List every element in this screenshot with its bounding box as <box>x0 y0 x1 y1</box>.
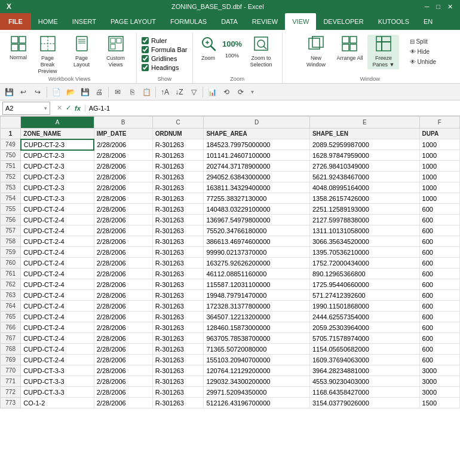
cell[interactable]: 2/28/2006 <box>94 301 152 312</box>
cell[interactable]: 1168.64358427000 <box>309 387 419 398</box>
col-header-C[interactable]: C <box>152 117 204 129</box>
cell[interactable]: CUPD-CT-2-3 <box>21 161 94 172</box>
tab-file[interactable]: FILE <box>0 13 31 30</box>
open-btn[interactable]: 📂 <box>64 86 77 99</box>
gridlines-checkbox-row[interactable]: Gridlines <box>142 55 188 62</box>
cell[interactable]: 5621.92438467000 <box>309 172 419 182</box>
cell[interactable]: 600 <box>419 279 459 290</box>
cell[interactable]: CUPD-CT-2-4 <box>21 344 94 355</box>
header-cell-1[interactable]: IMP_DATE <box>94 129 152 139</box>
cell[interactable]: R-301263 <box>152 387 204 398</box>
cell[interactable]: R-301263 <box>152 376 204 387</box>
sort-asc-btn[interactable]: ↑A <box>158 86 171 99</box>
cell[interactable]: 386613.46974600000 <box>204 236 310 247</box>
cell[interactable]: 101141.24607100000 <box>204 150 310 161</box>
cell[interactable]: CUPD-CT-2-4 <box>21 301 94 312</box>
cell[interactable]: 3000 <box>419 387 459 398</box>
tab-review[interactable]: REVIEW <box>245 13 285 30</box>
header-cell-5[interactable]: DUPA <box>419 129 459 139</box>
cell[interactable]: R-301263 <box>152 172 204 182</box>
undo-btn[interactable]: ↩ <box>17 86 30 99</box>
headings-checkbox-row[interactable]: Headings <box>142 64 188 71</box>
cell[interactable]: 1395.70536210000 <box>309 247 419 258</box>
tab-page-layout[interactable]: PAGE LAYOUT <box>103 13 163 30</box>
cell[interactable]: 1500 <box>419 398 459 408</box>
cell[interactable]: 2/28/2006 <box>94 258 152 268</box>
cell[interactable]: 294052.63843000000 <box>204 172 310 182</box>
print-btn[interactable]: 🖨 <box>93 86 106 99</box>
cell[interactable]: R-301263 <box>152 161 204 172</box>
cell[interactable]: CUPD-CT-2-4 <box>21 247 94 258</box>
cell[interactable]: CUPD-CT-2-3 <box>21 182 94 193</box>
cell[interactable]: R-301263 <box>152 355 204 365</box>
normal-button[interactable]: Normal <box>7 35 29 62</box>
cell[interactable]: 71365.50720080000 <box>204 344 310 355</box>
cell[interactable]: 963705.78538700000 <box>204 333 310 344</box>
zoom-button[interactable]: Zoom <box>198 35 219 63</box>
cell[interactable]: 2/28/2006 <box>94 204 152 215</box>
cell[interactable]: 600 <box>419 247 459 258</box>
cell[interactable]: 600 <box>419 301 459 312</box>
tab-home[interactable]: HOME <box>31 13 65 30</box>
col-header-A[interactable]: A <box>21 117 94 129</box>
cell[interactable]: 2726.98410349000 <box>309 161 419 172</box>
cell[interactable]: 3000 <box>419 376 459 387</box>
cell[interactable]: 77255.38327130000 <box>204 193 310 204</box>
tab-insert[interactable]: INSERT <box>65 13 103 30</box>
cell[interactable]: R-301263 <box>152 236 204 247</box>
cell[interactable]: 2/28/2006 <box>94 268 152 279</box>
cell[interactable]: 600 <box>419 225 459 236</box>
cell[interactable]: R-301263 <box>152 333 204 344</box>
cell[interactable]: R-301263 <box>152 312 204 322</box>
cell[interactable]: R-301263 <box>152 258 204 268</box>
formula-bar-checkbox[interactable] <box>142 46 149 53</box>
cell[interactable]: 1000 <box>419 150 459 161</box>
minimize-btn[interactable]: ─ <box>422 3 432 10</box>
cell[interactable]: 2/28/2006 <box>94 322 152 333</box>
cell[interactable]: CUPD-CT-2-4 <box>21 333 94 344</box>
cell[interactable]: R-301263 <box>152 398 204 408</box>
cell[interactable]: 172328.31377800000 <box>204 301 310 312</box>
cell[interactable]: R-301263 <box>152 365 204 376</box>
cell[interactable]: 3964.28234881000 <box>309 365 419 376</box>
cell[interactable]: 2/28/2006 <box>94 193 152 204</box>
cell[interactable]: 1609.37694063000 <box>309 355 419 365</box>
tab-view[interactable]: VIEW <box>285 13 316 30</box>
cell[interactable]: 202744.37178900000 <box>204 161 310 172</box>
tab-developer[interactable]: DEVELOPER <box>316 13 370 30</box>
sort-desc-btn[interactable]: ↓Z <box>173 86 186 99</box>
cell[interactable]: 1628.97847959000 <box>309 150 419 161</box>
cell[interactable]: CUPD-CT-3-3 <box>21 376 94 387</box>
cell[interactable]: R-301263 <box>152 204 204 215</box>
cell[interactable]: 163811.34329400000 <box>204 182 310 193</box>
cell[interactable]: 2/28/2006 <box>94 172 152 182</box>
cell[interactable]: 2/28/2006 <box>94 236 152 247</box>
cell[interactable]: 600 <box>419 344 459 355</box>
cell[interactable]: 890.12965366800 <box>309 268 419 279</box>
ruler-checkbox[interactable] <box>142 37 149 44</box>
zoom-selection-button[interactable]: Zoom to Selection <box>246 35 277 69</box>
cell[interactable]: 2251.12589193000 <box>309 204 419 215</box>
cell[interactable]: 3066.35634520000 <box>309 236 419 247</box>
page-layout-button[interactable]: Page Layout <box>66 35 97 69</box>
col-header-E[interactable]: E <box>309 117 419 129</box>
cell[interactable]: R-301263 <box>152 290 204 301</box>
unhide-button[interactable]: 👁 Unhide <box>406 57 440 66</box>
cell[interactable]: 2059.25303964000 <box>309 322 419 333</box>
cell[interactable]: 2/28/2006 <box>94 344 152 355</box>
cell[interactable]: 600 <box>419 258 459 268</box>
tab-data[interactable]: DATA <box>214 13 245 30</box>
cell[interactable]: R-301263 <box>152 344 204 355</box>
cell[interactable]: CUPD-CT-2-4 <box>21 322 94 333</box>
redo-btn[interactable]: ↪ <box>31 86 44 99</box>
formula-fx-icon[interactable]: fx <box>73 105 82 112</box>
cell[interactable]: CUPD-CT-2-3 <box>21 150 94 161</box>
cell[interactable]: 5705.71578974000 <box>309 333 419 344</box>
cell[interactable]: 600 <box>419 215 459 225</box>
cell[interactable]: R-301263 <box>152 301 204 312</box>
cell[interactable]: 163275.92626200000 <box>204 258 310 268</box>
cell[interactable]: CUPD-CT-2-4 <box>21 279 94 290</box>
toolbar-expand[interactable]: ▾ <box>251 89 254 95</box>
cell[interactable]: 2/28/2006 <box>94 333 152 344</box>
col-header-B[interactable]: B <box>94 117 152 129</box>
